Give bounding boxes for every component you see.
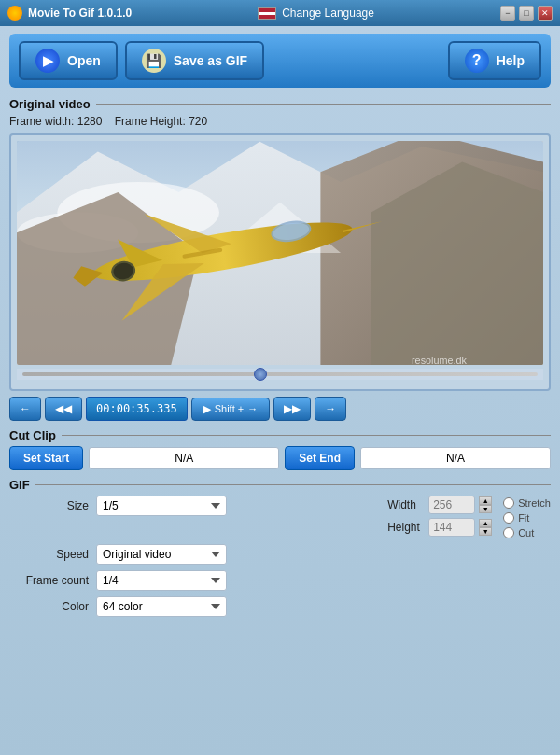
- speed-label: Speed: [19, 548, 89, 561]
- play-button[interactable]: ▶ Shift + →: [191, 398, 271, 421]
- frame-count-label: Frame count: [19, 574, 89, 587]
- color-row: Color 64 color 128 color 256 color: [19, 596, 551, 617]
- frame-count-select[interactable]: 1/4 1/3 1/2 All: [96, 570, 227, 591]
- cut-clip-title: Cut Clip: [9, 428, 551, 442]
- shift-label: Shift +: [215, 403, 245, 414]
- cut-clip-controls: Set Start N/A Set End N/A: [9, 446, 551, 470]
- fit-label: Fit: [518, 512, 529, 524]
- frame-width-value: 1280: [77, 115, 103, 128]
- minimize-button[interactable]: −: [500, 6, 515, 21]
- fast-forward-button[interactable]: ▶▶: [273, 397, 311, 421]
- size-select[interactable]: 1/5 1/4 1/3 1/2 Original: [96, 496, 227, 516]
- stretch-radio[interactable]: [503, 497, 514, 509]
- video-preview-container: resolume.dk: [9, 133, 551, 391]
- toolbar: ▶ Open 💾 Save as GIF ? Help: [9, 34, 551, 88]
- stretch-radio-item[interactable]: Stretch: [503, 497, 551, 509]
- width-spinner: ▲ ▼: [479, 496, 492, 513]
- frame-height-value: 720: [189, 115, 207, 128]
- play-icon: ▶: [203, 403, 211, 415]
- start-value: N/A: [89, 447, 279, 469]
- gif-title: GIF: [9, 478, 551, 492]
- width-down-button[interactable]: ▼: [479, 505, 492, 513]
- svg-text:resolume.dk: resolume.dk: [412, 355, 468, 365]
- open-button[interactable]: ▶ Open: [19, 41, 118, 80]
- size-label: Size: [19, 499, 89, 512]
- video-scrubber[interactable]: [17, 369, 543, 380]
- title-bar-center: Change Language: [258, 7, 374, 20]
- cut-radio-item[interactable]: Cut: [503, 527, 551, 538]
- next-button[interactable]: →: [315, 397, 346, 421]
- prev-button[interactable]: ←: [9, 397, 41, 421]
- app-title: Movie To Gif 1.0.1.0: [28, 7, 132, 20]
- color-select[interactable]: 64 color 128 color 256 color: [96, 596, 227, 617]
- close-button[interactable]: ✕: [538, 6, 553, 21]
- flag-icon: [258, 7, 276, 20]
- help-icon: ?: [465, 49, 489, 73]
- video-scene-svg: resolume.dk: [17, 141, 543, 365]
- width-up-button[interactable]: ▲: [479, 496, 492, 505]
- open-icon: ▶: [35, 49, 60, 73]
- gif-section: GIF Size 1/5 1/4 1/3 1/2 Original: [9, 478, 551, 617]
- change-language-label[interactable]: Change Language: [282, 7, 374, 20]
- rewind-button[interactable]: ◀◀: [45, 397, 82, 421]
- title-bar-left: Movie To Gif 1.0.1.0: [7, 6, 132, 21]
- fit-radio[interactable]: [503, 512, 514, 524]
- width-input[interactable]: [428, 496, 475, 514]
- maximize-button[interactable]: □: [519, 6, 534, 21]
- title-bar: Movie To Gif 1.0.1.0 Change Language − □…: [0, 0, 560, 26]
- cut-label: Cut: [518, 527, 534, 538]
- help-label: Help: [497, 53, 525, 68]
- open-label: Open: [67, 53, 101, 68]
- fit-radio-item[interactable]: Fit: [503, 512, 551, 524]
- save-label: Save as GIF: [174, 53, 247, 68]
- cut-radio[interactable]: [503, 527, 514, 538]
- original-video-title: Original video: [9, 97, 551, 111]
- frame-height-label: Frame Height:: [115, 115, 186, 128]
- title-bar-controls: − □ ✕: [500, 6, 553, 21]
- height-label: Height: [387, 521, 425, 534]
- arrow-right-icon: →: [247, 403, 258, 414]
- time-display: 00:00:35.335: [86, 397, 188, 421]
- frame-count-row: Frame count 1/4 1/3 1/2 All: [19, 570, 551, 591]
- speed-select[interactable]: Original video 0.5x 2x 4x: [96, 544, 227, 565]
- height-spinner: ▲ ▼: [479, 519, 492, 536]
- main-container: ▶ Open 💾 Save as GIF ? Help Original vid…: [0, 26, 560, 755]
- save-gif-button[interactable]: 💾 Save as GIF: [125, 41, 264, 80]
- speed-row: Speed Original video 0.5x 2x 4x: [19, 544, 551, 565]
- video-preview: resolume.dk: [17, 141, 543, 365]
- playback-controls: ← ◀◀ 00:00:35.335 ▶ Shift + → ▶▶ →: [9, 397, 551, 421]
- set-start-button[interactable]: Set Start: [9, 446, 83, 470]
- app-icon: [7, 6, 22, 21]
- help-button[interactable]: ? Help: [448, 41, 541, 80]
- color-label: Color: [19, 600, 89, 613]
- cut-clip-section: Cut Clip Set Start N/A Set End N/A: [9, 428, 551, 470]
- height-down-button[interactable]: ▼: [479, 527, 492, 536]
- stretch-label: Stretch: [518, 497, 551, 509]
- set-end-button[interactable]: Set End: [285, 446, 355, 470]
- height-up-button[interactable]: ▲: [479, 519, 492, 527]
- height-input[interactable]: [428, 518, 475, 537]
- video-info: Frame width: 1280 Frame Height: 720: [9, 115, 551, 128]
- scrubber-track[interactable]: [22, 372, 538, 376]
- original-video-section: Original video Frame width: 1280 Frame H…: [9, 97, 551, 421]
- width-label: Width: [387, 498, 425, 511]
- scale-mode-group: Stretch Fit Cut: [503, 497, 551, 538]
- frame-width-label: Frame width:: [9, 115, 74, 128]
- end-value: N/A: [360, 447, 551, 469]
- save-icon: 💾: [142, 49, 166, 73]
- scrubber-thumb[interactable]: [254, 368, 267, 381]
